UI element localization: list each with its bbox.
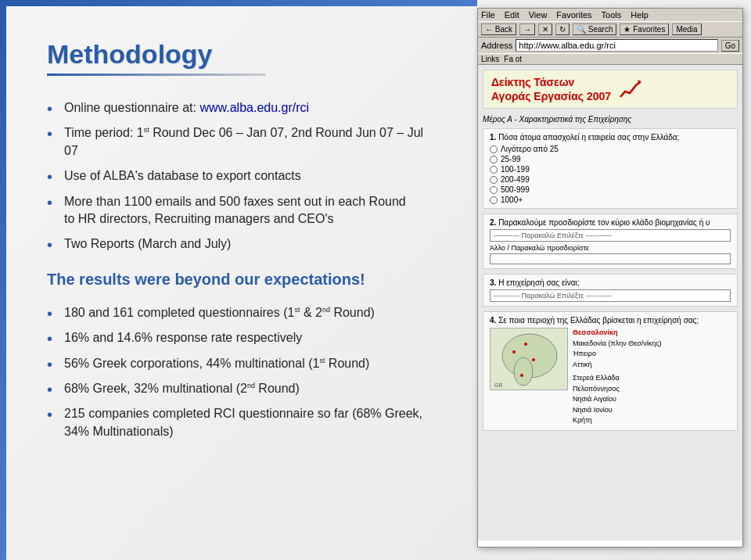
q2-number: 2. [490,218,496,227]
label-lt25: Λιγότερο από 25 [501,145,559,153]
radio-200-499[interactable] [490,176,498,184]
result-item-3: 56% Greek corporations, 44% multinationa… [47,355,438,372]
list-item-5: Two Reports (March and July) [47,235,438,253]
menu-help[interactable]: Help [631,10,649,20]
option-500-999: 500-999 [490,185,731,194]
browser-window: File Edit View Favorites Tools Help ← Ba… [477,8,743,547]
region-nissia-ioniou: Νησιά Ιονίου [573,405,662,416]
greek-title-line2: Αγοράς Εργασίας 2007 [491,89,611,103]
q1-number: 1. [490,133,496,142]
result-item-2: 16% and 14.6% response rate respectively [47,329,438,346]
radio-100-199[interactable] [490,166,498,174]
title-section: Methodology [47,39,438,76]
address-field[interactable]: http://www.alba.edu.gr/rci [516,39,717,52]
menu-favorites[interactable]: Favorites [556,10,591,20]
browser-menubar: File Edit View Favorites Tools Help [478,9,742,21]
option-lt25: Λιγότερο από 25 [490,145,731,153]
q3-number: 3. [490,278,496,287]
option-25-99: 25-99 [490,155,731,163]
media-button[interactable]: Media [672,23,701,35]
region-sterea: Στερεά Ελλάδα [573,373,662,384]
region-ipeiros: Ήπειρο [573,349,662,360]
menu-file[interactable]: File [481,10,495,20]
region-makedonia: Μακεδονία (πλην Θεσ/νίκης) [573,339,662,350]
search-button[interactable]: 🔍 Search [573,23,616,35]
left-panel: Methodology Online questionnaire at: www… [0,0,477,560]
browser-content: Δείκτης Τάσεων Αγοράς Εργασίας 2007 Μέρο… [478,65,742,540]
q2-other-input[interactable] [490,253,731,264]
radio-500-999[interactable] [490,186,498,194]
radio-25-99[interactable] [490,156,498,163]
region-kriti: Κρήτη [573,415,662,426]
menu-view[interactable]: View [529,10,548,20]
address-bar-row: Address http://www.alba.edu.gr/rci Go [478,38,742,53]
svg-point-5 [512,350,516,354]
refresh-button[interactable]: ↻ [555,23,570,35]
q4-text: Σε ποια περιοχή της Ελλάδας βρίσκεται η … [498,316,699,325]
map-labels: Θεσσαλονίκη Μακεδονία (πλην Θεσ/νίκης) Ή… [573,328,662,426]
list-item-4: More than 1100 emails and 500 faxes sent… [47,193,438,228]
section-label: Μέρος Α - Χαρακτηριστικά της Επιχείρησης [483,115,738,124]
svg-point-7 [520,374,523,377]
favorites-toolbar-text: Fa ot [504,55,522,63]
region-attiki: Αττική [573,360,662,371]
greek-title-line1: Δείκτης Τάσεων [491,75,611,89]
map-area: GR Θεσσαλονίκη Μακεδονία (πλην Θ [490,328,731,426]
option-200-499: 200-499 [490,175,731,184]
browser-chrome: File Edit View Favorites Tools Help ← Ba… [478,9,742,65]
svg-point-2 [514,357,533,386]
methodology-list: Online questionnaire at: www.alba.edu.gr… [47,99,438,253]
browser-toolbar: ← Back → ✕ ↻ 🔍 Search ★ Favorites Media [478,21,742,38]
favorites-button[interactable]: ★ Favorites [620,23,669,35]
q2-text: Παρακαλούμε προσδιορίστε τον κύριο κλάδο… [498,218,710,227]
question-1-block: 1. Πόσα άτομα απασχολεί η εταιρεία σας σ… [483,128,738,209]
region-nissia-aigaiou: Νησιά Αιγαίου [573,394,662,405]
result-item-4: 68% Greek, 32% multinational (2nd Round) [47,380,438,397]
radio-lt25[interactable] [490,145,498,153]
left-decorative-bar [0,0,6,560]
option-100-199: 100-199 [490,165,731,174]
q3-dropdown[interactable]: ----------- Παρακαλώ Επιλέξτε ----------… [490,289,731,302]
menu-tools[interactable]: Tools [602,10,622,20]
results-heading: The results were beyond our expectations… [47,271,438,289]
results-list: 180 and 161 completed questionnaires (1s… [47,304,438,440]
label-100-199: 100-199 [501,165,530,174]
radio-1000plus[interactable] [490,196,498,204]
result-item-1: 180 and 161 completed questionnaires (1s… [47,304,438,321]
q4-number: 4. [490,316,496,325]
svg-point-4 [524,343,527,346]
right-panel: File Edit View Favorites Tools Help ← Ba… [477,0,751,560]
chart-arrow-icon [619,77,642,101]
links-label: Links [481,55,499,63]
label-25-99: 25-99 [501,155,521,163]
label-500-999: 500-999 [501,185,530,194]
region-peloponnisos: Πελοπόννησος [573,384,662,395]
greek-title-block: Δείκτης Τάσεων Αγοράς Εργασίας 2007 [491,75,611,103]
page-title: Methodology [47,39,438,70]
list-item-2: Time period: 1st Round Dec 06 – Jan 07, … [47,124,438,160]
links-toolbar: Links Fa ot [478,53,742,64]
q2-dropdown[interactable]: ----------- Παρακαλώ Επιλέξτε ----------… [490,229,731,242]
q1-text: Πόσα άτομα απασχολεί η εταιρεία σας στην… [498,133,679,142]
greece-map-icon: GR [490,328,568,390]
result-item-5: 215 companies completed RCI questionnair… [47,405,438,440]
option-1000plus: 1000+ [490,196,731,204]
label-200-499: 200-499 [501,175,530,184]
address-label: Address [481,41,512,50]
label-1000plus: 1000+ [501,196,523,204]
forward-button[interactable]: → [519,23,535,35]
menu-edit[interactable]: Edit [505,10,519,20]
stop-button[interactable]: ✕ [538,23,552,35]
back-button[interactable]: ← Back [481,23,516,35]
title-underline [47,74,266,76]
region-thessaloniki: Θεσσαλονίκη [573,328,662,339]
svg-point-6 [532,358,535,361]
q1-options: Λιγότερο από 25 25-99 100-199 [490,145,731,204]
website-link[interactable]: www.alba.edu.gr/rci [199,101,309,114]
q3-text: Η επιχείρησή σας είναι; [498,278,579,287]
list-item-3: Use of ALBA's database to export contact… [47,167,438,185]
go-button[interactable]: Go [721,40,739,52]
top-decorative-bar [0,0,477,6]
question-3-block: 3. Η επιχείρησή σας είναι; ----------- Π… [483,274,738,307]
list-item-1: Online questionnaire at: www.alba.edu.gr… [47,99,438,117]
